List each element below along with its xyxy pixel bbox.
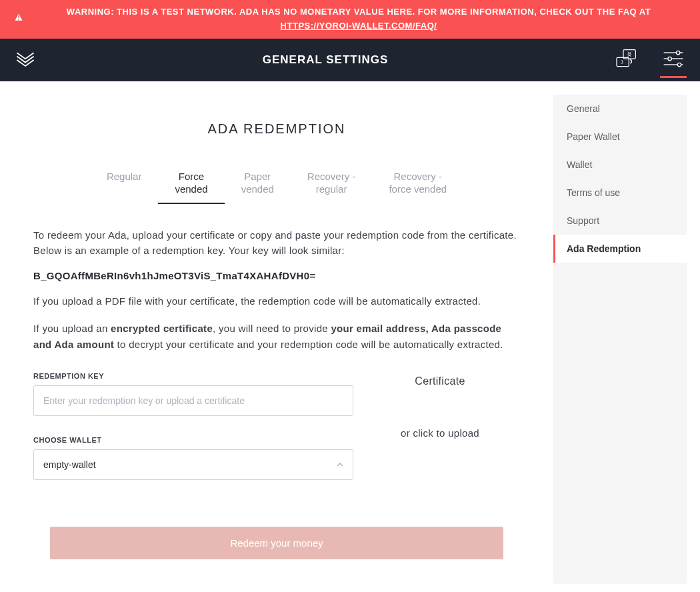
example-key: B_GQOAffMBeRIn6vh1hJmeOT3ViS_TmaT4XAHAfD… xyxy=(33,270,520,281)
svg-point-7 xyxy=(677,63,681,66)
app-header: GENERAL SETTINGS xyxy=(0,39,700,81)
instructions-p1: To redeem your Ada, upload your certific… xyxy=(33,227,520,259)
sidebar-item-wallet[interactable]: Wallet xyxy=(553,151,687,179)
sidebar-item-support[interactable]: Support xyxy=(553,207,687,235)
choose-wallet-label: CHOOSE WALLET xyxy=(33,436,353,444)
wallets-icon[interactable] xyxy=(613,47,640,73)
tab-paper-vended[interactable]: Papervended xyxy=(225,163,291,204)
tab-regular[interactable]: Regular xyxy=(90,163,159,204)
yoroi-logo-icon[interactable] xyxy=(13,48,37,72)
redemption-title: ADA REDEMPTION xyxy=(33,121,520,137)
svg-point-5 xyxy=(668,57,671,60)
warning-faq-link[interactable]: HTTPS://YOROI-WALLET.COM/FAQ/ xyxy=(281,21,437,31)
settings-icon[interactable] xyxy=(660,47,687,78)
svg-point-3 xyxy=(676,51,679,54)
redemption-tabs: Regular Forcevended Papervended Recovery… xyxy=(33,163,520,204)
redemption-key-label: REDEMPTION KEY xyxy=(33,372,353,380)
sidebar-item-ada-redemption[interactable]: Ada Redemption xyxy=(553,235,687,263)
tab-force-vended[interactable]: Forcevended xyxy=(158,163,224,204)
warning-text: WARNING: THIS IS A TEST NETWORK. ADA HAS… xyxy=(67,7,651,17)
redemption-key-input[interactable] xyxy=(33,385,353,416)
instructions-p3: If you upload an encrypted certificate, … xyxy=(33,321,520,352)
settings-sidebar: General Paper Wallet Wallet Terms of use… xyxy=(553,95,687,584)
tab-recovery-regular[interactable]: Recovery -regular xyxy=(291,163,373,204)
warning-banner: WARNING: THIS IS A TEST NETWORK. ADA HAS… xyxy=(0,0,700,39)
certificate-title: Certificate xyxy=(373,375,507,387)
tab-recovery-force-vended[interactable]: Recovery -force vended xyxy=(372,163,463,204)
instructions-p2: If you upload a PDF file with your certi… xyxy=(33,293,520,309)
page-title: GENERAL SETTINGS xyxy=(263,53,389,67)
certificate-upload-link[interactable]: or click to upload xyxy=(373,427,507,439)
sidebar-item-paper-wallet[interactable]: Paper Wallet xyxy=(553,123,687,151)
wallet-selected-value: empty-wallet xyxy=(43,459,96,470)
sidebar-item-general[interactable]: General xyxy=(553,95,687,123)
main-card: ADA REDEMPTION Regular Forcevended Paper… xyxy=(13,95,540,584)
choose-wallet-select[interactable]: empty-wallet xyxy=(33,449,353,480)
redeem-button[interactable]: Redeem your money xyxy=(50,527,503,559)
chevron-up-icon xyxy=(337,461,343,468)
warning-icon xyxy=(13,11,24,28)
sidebar-item-terms[interactable]: Terms of use xyxy=(553,179,687,207)
